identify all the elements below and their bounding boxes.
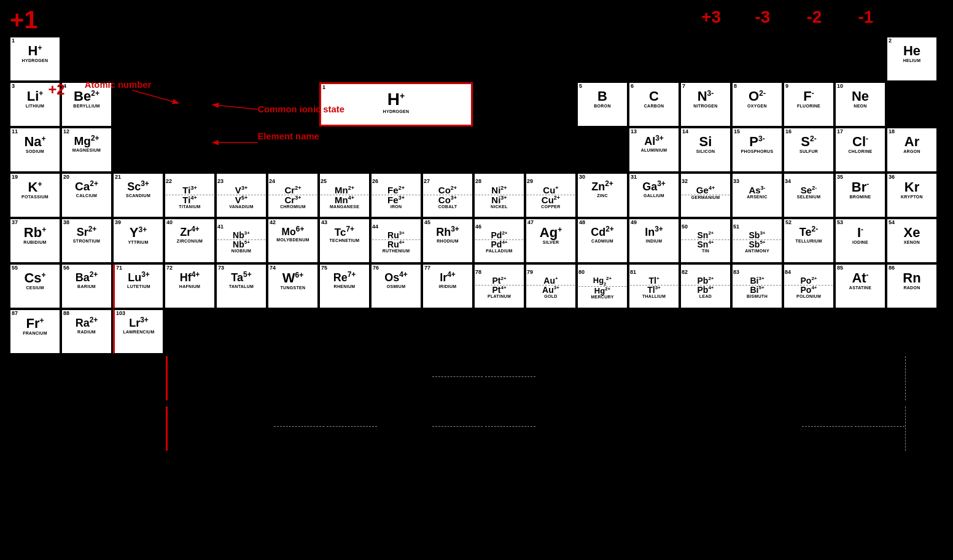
element-Ho: 67 Ho3+ HOLMIUM [696, 356, 747, 400]
element-Gd: 64 Gd3+ GADOLINIUM [537, 356, 589, 400]
element-He: 2 He HELIUM [887, 37, 937, 81]
element-Fe: 26 Fe2+ Fe3+ IRON [371, 173, 421, 217]
period-2: 3 Li+ LITHIUM 4 Be2+ BERYLLIUM [10, 82, 937, 126]
element-Na: 11 Na+ SODIUM [10, 128, 60, 172]
period-7: 87 Fr+ FRANCIUM 88 Ra2+ RADIUM [10, 309, 937, 354]
empty-period1 [61, 37, 885, 81]
element-La: 57 La3+ LANTHANUM [168, 356, 219, 400]
element-Ga: 31 Ga3+ GALLIUM [629, 173, 679, 217]
element-Re: 75 Re7+ RHENIUM [319, 264, 370, 308]
element-Ra: 88 Ra2+ RADIUM [61, 309, 112, 354]
plus1-label: +1 [10, 7, 38, 32]
element-Pd: 46 Pd2+ Pd4+ PALLADIUM [474, 219, 524, 263]
periodic-table-grid: 1 H+ HYDROGEN 2 He HELIUM [9, 36, 938, 355]
lanthanide-row: 57 La3+ LANTHANUM 58 Ce3+ CERIUM 59 Pr3+… [166, 356, 944, 400]
element-Se: 34 Se2- SELENIUM [784, 173, 834, 217]
element-N: 7 N3- NITROGEN [680, 82, 731, 126]
element-Ge: 32 Ge4+ GERMANIUM [680, 173, 731, 217]
element-At: 85 At- ASTATINE [835, 264, 885, 308]
element-K: 19 K+ POTASSIUM [10, 173, 60, 217]
element-U: 92 U4+ U6+ URANIUM [326, 406, 378, 451]
element-Br: 35 Br- BROMINE [835, 173, 885, 217]
element-Cl: 17 Cl- CHLORINE [835, 128, 885, 172]
element-Sn: 50 Sn2+ Sn4+ TIN [680, 219, 731, 263]
element-Er: 68 Er3+ ERBIUM [749, 356, 800, 400]
element-Pa: 91 Pa4+ Pa5+ PROTACTINIUM [273, 406, 325, 451]
element-Ar: 18 Ar ARGON [887, 128, 937, 172]
element-Li: 3 Li+ LITHIUM [10, 82, 60, 126]
element-P: 15 P3- PHOSPHORUS [732, 128, 782, 172]
element-No: 102 No2+ No3+ NOBELIUM [854, 406, 906, 451]
element-Al: 13 Al3+ ALUMINIUM [629, 128, 679, 172]
element-Fr: 87 Fr+ FRANCIUM [10, 309, 60, 354]
element-Ce: 58 Ce3+ CERIUM [220, 356, 272, 400]
group-minus2: -2 [788, 7, 840, 27]
element-Yb: 70 Yb3+ YTTERBIUM [854, 356, 906, 400]
element-Sb: 51 Sb3+ Sb5+ ANTIMONY [732, 219, 782, 263]
group-minus1: -1 [840, 7, 892, 27]
element-Cu: 29 Cu+ Cu2+ COPPER [526, 173, 576, 217]
element-Ag: 47 Ag+ SILVER [526, 219, 576, 263]
element-Be: 4 Be2+ BERYLLIUM [61, 82, 112, 126]
element-Ir: 77 Ir4+ IRIDIUM [422, 264, 473, 308]
group-minus3: -3 [737, 7, 788, 27]
element-Fm: 100 Fm3+ FERMIUM [749, 406, 800, 451]
empty-period2-a [113, 82, 318, 126]
element-O: 8 O2- OXYGEN [732, 82, 782, 126]
period-4: 19 K+ POTASSIUM 20 Ca2+ CALCIUM [10, 173, 937, 217]
element-Os: 76 Os4+ OSMIUM [371, 264, 421, 308]
element-C: 6 C CARBON [629, 82, 679, 126]
period-6: 55 Cs+ CESIUM 56 Ba2+ BARIUM [10, 264, 937, 308]
element-As: 33 As3- ARSENIC [732, 173, 782, 217]
element-Mn: 25 Mn2+ Mn4+ MANGANESE [319, 173, 370, 217]
element-S: 16 S2- SULFUR [784, 128, 834, 172]
element-Ru: 44 Ru3+ Ru4+ RUTHENIUM [371, 219, 421, 263]
element-Xe: 54 Xe XENON [887, 219, 937, 263]
element-Dy: 66 Dy3+ DYSPROSIUM [643, 356, 694, 400]
element-Hg: 80 Hg22+ Hg2+ MERCURY [577, 264, 628, 308]
element-Ni: 28 Ni2+ Ni3+ NICKEL [474, 173, 524, 217]
element-Bi: 83 Bi3+ Bi5+ BISMUTH [732, 264, 782, 308]
element-Am: 95 Am3+ Am4+ AMERICIUM [484, 406, 536, 451]
element-Tm: 69 Tm3+ THULIUM [801, 356, 853, 400]
element-Cm: 96 Cm3+ CURIUM [537, 406, 589, 451]
element-H: 1 H+ HYDROGEN [10, 37, 60, 81]
actinide-row: 89 Ac3+ ACTINIUM 90 Th4+ THORIUM 91 Pa4+… [166, 406, 944, 451]
element-Sc: 21 Sc3+ SCANDIUM [113, 173, 163, 217]
element-Rb: 37 Rb+ RUBIDIUM [10, 219, 60, 263]
legend-element-H: 1 H+ HYDROGEN [319, 82, 473, 126]
element-Ac: 89 Ac3+ ACTINIUM [168, 406, 219, 451]
element-Au: 79 Au+ Au3+ GOLD [526, 264, 576, 308]
element-Lu: 71 Lu3+ LUTETIUM [113, 264, 163, 308]
element-Mo: 42 Mo6+ MOLYBDENUM [268, 219, 318, 263]
element-In: 49 In3+ INDIUM [629, 219, 679, 263]
element-Md: 101 Md2+ Md3+ MENDELEVIUM [801, 406, 853, 451]
element-Ti: 22 Ti3+ Ti4+ TITANIUM [165, 173, 215, 217]
element-Ne: 10 Ne NEON [835, 82, 885, 126]
empty-p7 [165, 309, 937, 354]
element-F: 9 F- FLUORINE [784, 82, 834, 126]
element-Tc: 43 Tc7+ TECHNETIUM [319, 219, 370, 263]
element-Te: 52 Te2- TELLURIUM [784, 219, 834, 263]
element-Pr: 59 Pr3+ PRASEODYMIUM [273, 356, 325, 400]
element-I: 53 I- IODINE [835, 219, 885, 263]
element-Pt: 78 Pt2+ Pt4+ PLATINUM [474, 264, 524, 308]
element-W: 74 W6+ TUNGSTEN [268, 264, 318, 308]
period-3: 11 Na+ SODIUM 12 Mg2+ MAGNESIUM [10, 128, 937, 172]
element-Cr: 24 Cr2+ Cr3+ CHROMIUM [268, 173, 318, 217]
element-Kr: 36 Kr KRYPTON [887, 173, 937, 217]
element-Rh: 45 Rh3+ RHODIUM [422, 219, 473, 263]
element-Zr: 40 Zr4+ ZIRCONIUM [165, 219, 215, 263]
empty-period2-b [474, 82, 576, 126]
element-Lr: 103 Lr3+ LAWRENCIUM [113, 309, 163, 354]
element-Nb: 41 Nb3+ Nb5+ NIOBIUM [216, 219, 266, 263]
element-Np: 93 Np5+ NEPTUNIUM [379, 406, 430, 451]
empty-p3 [113, 128, 628, 172]
element-Pm: 61 Pm3+ PROMETHIUM [379, 356, 430, 400]
element-Nd: 60 Nd3+ NEODYMIUM [326, 356, 378, 400]
element-Sm: 62 Sm2+ Sm3+ SAMARIUM [432, 356, 483, 400]
element-Hf: 72 Hf4+ HAFNIUM [165, 264, 215, 308]
element-Mg: 12 Mg2+ MAGNESIUM [61, 128, 112, 172]
element-Co: 27 Co2+ Co3+ COBALT [422, 173, 473, 217]
element-Cs: 55 Cs+ CESIUM [10, 264, 60, 308]
